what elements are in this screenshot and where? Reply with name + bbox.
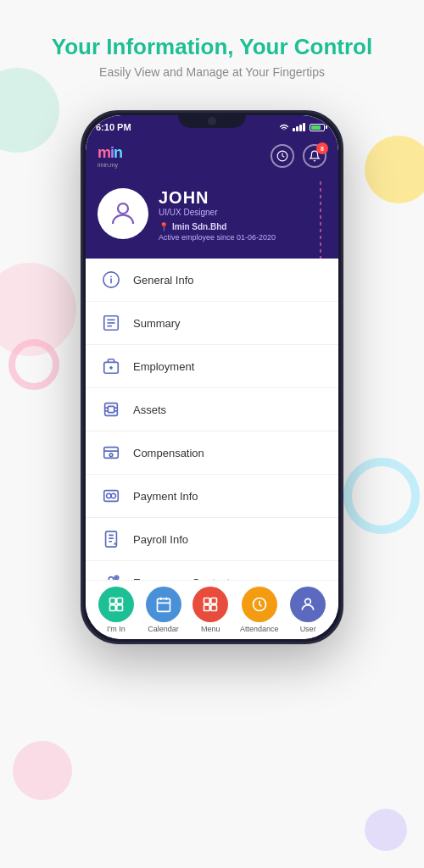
profile-since: Active employee since 01-06-2020	[159, 233, 276, 242]
menu-label-payment-info: Payment Info	[133, 490, 198, 503]
clock-icon-button[interactable]	[271, 144, 294, 168]
menu-label-general-info: General Info	[133, 274, 194, 287]
notification-badge: 8	[316, 142, 328, 154]
phone-mockup: 6:10 PM	[81, 110, 343, 644]
page-subtitle: Easily View and Manage at Your Fingertip…	[17, 65, 407, 79]
decorative-circle-pink	[0, 263, 76, 356]
svg-rect-50	[204, 605, 210, 611]
decorative-circle-bottomleft	[13, 741, 72, 800]
payroll-info-icon	[99, 527, 123, 551]
summary-icon	[99, 311, 123, 335]
logo-text: min	[98, 144, 122, 162]
svg-point-1	[118, 203, 128, 214]
notification-bell-button[interactable]: 8	[303, 144, 326, 168]
wifi-icon	[278, 123, 290, 131]
signal-icon	[293, 123, 305, 131]
profile-card: JOHN UI/UX Designer 📍 Imin Sdn.Bhd Activ…	[86, 181, 338, 259]
location-icon: 📍	[159, 222, 169, 231]
svg-rect-51	[211, 605, 217, 611]
decorative-circle-midright	[343, 458, 420, 534]
svg-rect-40	[109, 598, 115, 604]
menu-item-payroll-info[interactable]: Payroll Info	[86, 518, 338, 561]
general-info-icon	[99, 268, 123, 292]
svg-rect-43	[117, 605, 123, 611]
svg-point-20	[109, 453, 113, 457]
menu-label-compensation: Compensation	[133, 447, 204, 459]
logo-tagline: imin.my	[98, 162, 122, 168]
svg-rect-42	[109, 605, 115, 611]
svg-rect-12	[105, 403, 118, 416]
nav-item-user[interactable]: User	[290, 587, 326, 633]
app-logo: min imin.my	[98, 144, 122, 168]
nav-label-calendar: Calendar	[148, 625, 179, 633]
nav-icon-attendance	[242, 587, 277, 622]
menu-label-payroll-info: Payroll Info	[133, 533, 188, 546]
status-time: 6:10 PM	[96, 122, 131, 132]
svg-rect-44	[157, 598, 170, 611]
avatar-icon	[108, 198, 138, 229]
compensation-icon	[99, 441, 123, 465]
nav-item-attendance[interactable]: Attendance	[240, 587, 279, 633]
phone-screen: 6:10 PM	[86, 115, 338, 639]
nav-label-attendance: Attendance	[240, 625, 279, 633]
page-title: Your Information, Your Control	[17, 34, 407, 60]
avatar	[98, 188, 148, 239]
app-header: min imin.my	[86, 139, 338, 181]
profile-role: UI/UX Designer	[159, 208, 276, 217]
menu-label-summary: Summary	[133, 317, 181, 330]
menu-item-compensation[interactable]: Compensation	[86, 431, 338, 475]
menu-label-employment: Employment	[133, 360, 194, 373]
decorative-circle-topright	[365, 136, 424, 203]
header-icons: 8	[271, 144, 326, 168]
menu-item-employment[interactable]: Employment	[86, 345, 338, 388]
nav-icon-menu	[192, 587, 228, 622]
profile-info: JOHN UI/UX Designer 📍 Imin Sdn.Bhd Activ…	[159, 188, 276, 242]
menu-item-assets[interactable]: Assets	[86, 388, 338, 431]
nav-item-imin[interactable]: I'm In	[98, 587, 134, 633]
decorative-circle-bottomright	[365, 809, 407, 851]
employment-icon	[99, 354, 123, 378]
battery-icon	[310, 124, 325, 131]
nav-icon-imin	[98, 587, 134, 622]
nav-icon-calendar	[146, 587, 181, 622]
menu-label-assets: Assets	[133, 403, 166, 416]
svg-rect-49	[211, 598, 217, 604]
svg-rect-48	[204, 598, 210, 604]
phone-camera	[208, 117, 216, 125]
nav-label-imin: I'm In	[107, 625, 126, 633]
bottom-nav: I'm In Calendar	[86, 580, 338, 639]
nav-label-menu: Menu	[201, 625, 220, 633]
nav-label-user: User	[300, 625, 316, 633]
profile-company: 📍 Imin Sdn.Bhd	[159, 222, 276, 231]
svg-point-28	[114, 543, 115, 544]
menu-item-general-info[interactable]: General Info	[86, 259, 338, 302]
nav-item-calendar[interactable]: Calendar	[146, 587, 181, 633]
menu-item-summary[interactable]: Summary	[86, 302, 338, 345]
svg-point-23	[111, 493, 116, 498]
assets-icon	[99, 398, 123, 421]
svg-rect-13	[108, 406, 114, 412]
menu-item-payment-info[interactable]: Payment Info	[86, 475, 338, 518]
page-header: Your Information, Your Control Easily Vi…	[0, 0, 424, 96]
nav-icon-user	[290, 587, 326, 622]
status-icons	[278, 123, 325, 131]
nav-item-menu[interactable]: Menu	[192, 587, 228, 633]
payment-info-icon	[99, 484, 123, 508]
profile-name: JOHN	[159, 188, 276, 208]
svg-point-53	[305, 598, 311, 604]
svg-rect-41	[117, 598, 123, 604]
